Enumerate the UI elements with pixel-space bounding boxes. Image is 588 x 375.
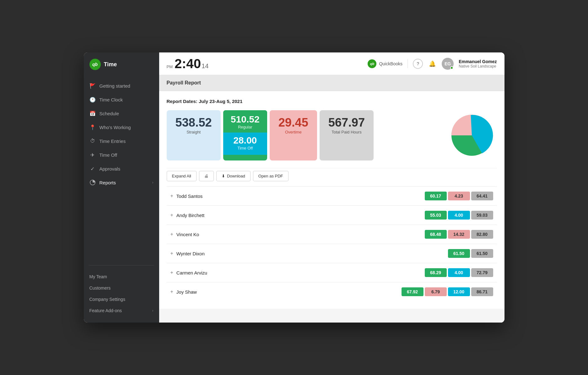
stat-timeoff-section: 28.00 Time Off — [223, 133, 267, 155]
sidebar-item-whos-working[interactable]: 📍 Who's Working — [84, 120, 159, 134]
timer-icon: ⏱ — [89, 138, 96, 144]
table-row[interactable]: + Wynter Dixon 61.50 61.50 — [167, 244, 497, 263]
employee-badges: 67.92 6.79 12.00 86.71 — [402, 287, 493, 296]
employee-badges: 68.29 4.00 72.79 — [425, 268, 493, 277]
download-button[interactable]: ⬇ Download — [216, 171, 251, 181]
main-content: PM 2:40 14 qb QuickBooks ? 🔔 EG — [159, 52, 504, 323]
sidebar-item-schedule[interactable]: 📅 Schedule — [84, 106, 159, 120]
quickbooks-link[interactable]: qb QuickBooks — [368, 59, 402, 68]
sidebar-label-time-clock: Time Clock — [100, 97, 154, 102]
expand-icon[interactable]: + — [170, 231, 173, 237]
my-team-label: My Team — [89, 274, 107, 279]
report-container: Payroll Report Report Dates: July 23-Aug… — [159, 75, 504, 323]
download-icon: ⬇ — [222, 174, 225, 178]
overtime-label: Overtime — [278, 130, 308, 134]
table-row[interactable]: + Vincent Ko 68.48 14.32 82.80 — [167, 225, 497, 244]
sidebar-item-time-clock[interactable]: 🕐 Time Clock — [84, 93, 159, 106]
stats-row: 538.52 Straight 510.52 Regular 28.00 Tim… — [167, 110, 497, 160]
expand-icon[interactable]: + — [170, 289, 173, 295]
employee-badges: 61.50 61.50 — [448, 249, 493, 258]
company-settings-label: Company Settings — [89, 297, 125, 302]
location-icon: 📍 — [89, 124, 96, 130]
total-badge: 59.03 — [471, 211, 493, 220]
overtime-badge: 6.79 — [425, 287, 447, 296]
expand-icon[interactable]: + — [170, 212, 173, 218]
clock-seconds: 14 — [202, 63, 208, 70]
sidebar-nav: 🚩 Getting started 🕐 Time Clock 📅 Schedul… — [84, 76, 159, 262]
sidebar-item-company-settings[interactable]: Company Settings — [84, 294, 159, 305]
regular-badge: 61.50 — [448, 249, 470, 258]
qb-logo-icon: qb — [89, 59, 101, 70]
bell-icon: 🔔 — [429, 60, 436, 67]
timeoff-value: 28.00 — [229, 136, 261, 145]
sidebar-label-reports: Reports — [100, 180, 148, 185]
clock-period: PM — [167, 64, 173, 69]
sidebar-item-time-entries[interactable]: ⏱ Time Entries — [84, 134, 159, 148]
header-clock: PM 2:40 14 — [167, 57, 209, 70]
header: PM 2:40 14 qb QuickBooks ? 🔔 EG — [159, 52, 504, 75]
sidebar-item-reports[interactable]: Reports › — [84, 176, 159, 189]
sidebar-item-my-team[interactable]: My Team — [84, 271, 159, 282]
report-dates: Report Dates: July 23-Aug 5, 2021 — [167, 99, 497, 104]
report-title: Payroll Report — [159, 75, 504, 91]
overtime-badge: 14.32 — [448, 230, 470, 239]
expand-all-button[interactable]: Expand All — [167, 171, 197, 181]
sidebar-label-time-off: Time Off — [100, 152, 154, 158]
clock-time: 2:40 — [175, 57, 201, 70]
timeoff-badge: 4.00 — [448, 211, 470, 220]
stat-card-overtime: 29.45 Overtime — [270, 110, 317, 160]
timeoff-badge: 12.00 — [448, 287, 470, 296]
user-company: Native Soil Landscape — [459, 64, 497, 68]
help-icon: ? — [417, 61, 419, 66]
total-badge: 72.79 — [471, 268, 493, 277]
report-body: Report Dates: July 23-Aug 5, 2021 538.52… — [159, 91, 504, 309]
regular-badge: 67.92 — [402, 287, 423, 296]
expand-icon[interactable]: + — [170, 270, 173, 275]
download-label: Download — [227, 174, 245, 178]
expand-icon[interactable]: + — [170, 251, 173, 256]
clock-icon: 🕐 — [89, 96, 96, 103]
employee-name: Wynter Dixon — [176, 251, 448, 256]
overtime-value: 29.45 — [278, 117, 308, 128]
sidebar-label-whos-working: Who's Working — [100, 125, 154, 130]
stat-card-straight: 538.52 Straight — [167, 110, 221, 160]
total-badge: 61.50 — [471, 249, 493, 258]
employee-badges: 55.03 4.00 59.03 — [425, 211, 493, 220]
user-avatar[interactable]: EG — [442, 58, 454, 70]
feature-addons-label: Feature Add-ons — [89, 308, 122, 313]
table-row[interactable]: + Andy Birchett 55.03 4.00 59.03 — [167, 205, 497, 225]
notification-button[interactable]: 🔔 — [428, 59, 437, 68]
sidebar-item-approvals[interactable]: ✓ Approvals — [84, 162, 159, 176]
table-row[interactable]: + Todd Santos 60.17 4.23 64.41 — [167, 186, 497, 205]
sidebar-item-customers[interactable]: Customers — [84, 282, 159, 294]
sidebar-item-feature-addons[interactable]: Feature Add-ons › — [84, 305, 159, 316]
pie-chart-container — [447, 110, 497, 160]
timeoff-badge: 4.00 — [448, 268, 470, 277]
header-divider — [407, 59, 408, 68]
regular-value: 510.52 — [229, 115, 261, 124]
table-row[interactable]: + Carmen Arvizu 68.29 4.00 72.79 — [167, 263, 497, 282]
print-icon: 🖨 — [204, 174, 208, 178]
timeoff-label: Time Off — [229, 146, 261, 150]
qb-logo-text: qb — [92, 62, 98, 67]
app-title: Time — [104, 61, 117, 68]
calendar-icon: 📅 — [89, 110, 96, 117]
sidebar-label-getting-started: Getting started — [100, 83, 154, 89]
plane-icon: ✈ — [89, 152, 96, 158]
sidebar-item-time-off[interactable]: ✈ Time Off — [84, 148, 159, 162]
sidebar-label-schedule: Schedule — [100, 111, 154, 116]
expand-icon[interactable]: + — [170, 193, 173, 199]
reports-chevron-icon: › — [152, 180, 154, 185]
user-name: Emmanuel Gomez — [459, 59, 497, 64]
sidebar-secondary: My Team Customers Company Settings Featu… — [84, 269, 159, 323]
regular-label: Regular — [229, 125, 261, 129]
stat-regular-section: 510.52 Regular — [223, 110, 267, 133]
sidebar-label-approvals: Approvals — [100, 166, 154, 171]
regular-badge: 68.48 — [425, 230, 447, 239]
print-button[interactable]: 🖨 — [199, 171, 214, 181]
help-button[interactable]: ? — [413, 59, 423, 69]
open-pdf-button[interactable]: Open as PDF — [253, 171, 289, 181]
sidebar-item-getting-started[interactable]: 🚩 Getting started — [84, 79, 159, 93]
table-row[interactable]: + Joy Shaw 67.92 6.79 12.00 86.71 — [167, 282, 497, 301]
total-badge: 86.71 — [471, 287, 493, 296]
